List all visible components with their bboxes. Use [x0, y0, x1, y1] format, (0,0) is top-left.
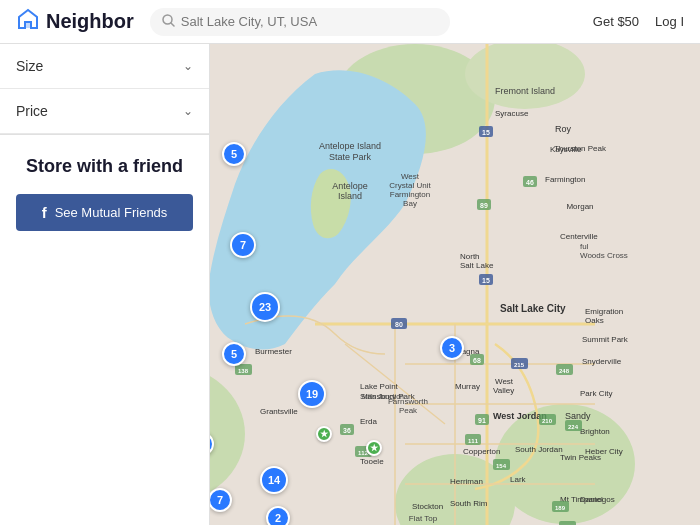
svg-text:Brighton: Brighton — [580, 427, 610, 436]
search-input[interactable] — [181, 14, 438, 29]
svg-text:Emigration: Emigration — [585, 307, 623, 316]
svg-text:Burmester: Burmester — [255, 347, 292, 356]
svg-text:Flat Top: Flat Top — [409, 514, 438, 523]
svg-text:Daniel: Daniel — [580, 495, 603, 504]
map-marker-23[interactable]: 23 — [250, 292, 280, 322]
svg-text:Crystal Unit: Crystal Unit — [389, 181, 431, 190]
svg-text:68: 68 — [473, 357, 481, 364]
svg-line-2 — [171, 23, 174, 26]
svg-text:Bay: Bay — [403, 199, 417, 208]
svg-text:Syracuse: Syracuse — [495, 109, 529, 118]
svg-text:80: 80 — [395, 321, 403, 328]
friend-section: Store with a friend f See Mutual Friends — [0, 135, 209, 251]
svg-text:189: 189 — [555, 505, 566, 511]
friend-title: Store with a friend — [26, 155, 183, 178]
svg-text:Heber City: Heber City — [585, 447, 623, 456]
map-marker-park2[interactable]: ★ — [316, 426, 332, 442]
svg-text:Copperton: Copperton — [463, 447, 500, 456]
svg-text:15: 15 — [482, 277, 490, 284]
get-50-button[interactable]: Get $50 — [593, 14, 639, 29]
svg-text:South Rim: South Rim — [450, 499, 488, 508]
svg-text:Lark: Lark — [510, 475, 527, 484]
map-marker-7c[interactable]: 7 — [208, 488, 232, 512]
svg-text:36: 36 — [343, 427, 351, 434]
svg-text:111: 111 — [468, 438, 479, 444]
svg-text:Farmington: Farmington — [390, 190, 430, 199]
svg-text:Thurston Peak: Thurston Peak — [554, 144, 607, 153]
svg-text:Sandy: Sandy — [565, 411, 591, 421]
svg-text:Lake Point: Lake Point — [360, 382, 399, 391]
svg-text:North: North — [460, 252, 480, 261]
marker-count: 7 — [240, 239, 246, 251]
svg-text:89: 89 — [480, 202, 488, 209]
search-bar[interactable] — [150, 8, 450, 36]
marker-count: 19 — [306, 388, 318, 400]
svg-text:Roy: Roy — [555, 124, 572, 134]
price-filter-label: Price — [16, 103, 48, 119]
map-marker-2b[interactable]: 2 — [266, 506, 290, 525]
marker-count: 7 — [217, 494, 223, 506]
svg-text:Island: Island — [338, 191, 362, 201]
svg-text:46: 46 — [526, 179, 534, 186]
svg-text:Valley: Valley — [493, 386, 514, 395]
svg-text:West Jordan: West Jordan — [493, 411, 547, 421]
map-marker-park3[interactable]: ★ — [366, 440, 382, 456]
map-marker-5a[interactable]: 5 — [222, 142, 246, 166]
svg-text:Woods Cross: Woods Cross — [580, 251, 628, 260]
svg-text:Herriman: Herriman — [450, 477, 483, 486]
facebook-button-label: See Mutual Friends — [55, 205, 168, 220]
svg-text:Farmington: Farmington — [545, 175, 585, 184]
marker-count: 14 — [268, 474, 280, 486]
size-filter[interactable]: Size ⌄ — [0, 44, 209, 89]
size-filter-label: Size — [16, 58, 43, 74]
svg-text:Morgan: Morgan — [566, 202, 593, 211]
svg-text:Stockton: Stockton — [412, 502, 443, 511]
svg-text:Antelope Island: Antelope Island — [319, 141, 381, 151]
map-marker-14[interactable]: 14 — [260, 466, 288, 494]
marker-count: 5 — [231, 348, 237, 360]
svg-text:ful: ful — [580, 242, 589, 251]
svg-text:138: 138 — [238, 368, 249, 374]
svg-text:West: West — [495, 377, 514, 386]
svg-text:Park City: Park City — [580, 389, 612, 398]
size-chevron-icon: ⌄ — [183, 59, 193, 73]
svg-rect-0 — [25, 22, 31, 28]
svg-text:154: 154 — [496, 463, 507, 469]
price-chevron-icon: ⌄ — [183, 104, 193, 118]
marker-count: 23 — [259, 301, 271, 313]
home-icon — [16, 8, 40, 36]
facebook-mutual-friends-button[interactable]: f See Mutual Friends — [16, 194, 193, 231]
marker-count: 3 — [449, 342, 455, 354]
svg-text:Centerville: Centerville — [560, 232, 598, 241]
map-marker-5b[interactable]: 5 — [222, 342, 246, 366]
map-marker-7a[interactable]: 7 — [230, 232, 256, 258]
svg-text:248: 248 — [559, 368, 570, 374]
svg-text:South Jordan: South Jordan — [515, 445, 563, 454]
svg-text:Peak: Peak — [399, 406, 418, 415]
header: Neighbor Get $50 Log I — [0, 0, 700, 44]
svg-text:West: West — [401, 172, 420, 181]
header-actions: Get $50 Log I — [593, 14, 684, 29]
svg-text:Erda: Erda — [360, 417, 377, 426]
svg-text:Fremont Island: Fremont Island — [495, 86, 555, 96]
svg-text:Snyderville: Snyderville — [582, 357, 622, 366]
map-marker-3[interactable]: 3 — [440, 336, 464, 360]
price-filter[interactable]: Price ⌄ — [0, 89, 209, 134]
logo-area: Neighbor — [16, 8, 134, 36]
svg-text:Mills Junction: Mills Junction — [362, 393, 404, 400]
svg-text:Tooele: Tooele — [360, 457, 384, 466]
svg-text:Oaks: Oaks — [585, 316, 604, 325]
svg-text:Salt Lake City: Salt Lake City — [500, 303, 566, 314]
search-icon — [162, 14, 175, 30]
svg-text:Salt Lake: Salt Lake — [460, 261, 494, 270]
svg-text:15: 15 — [482, 129, 490, 136]
left-panel: Size ⌄ Price ⌄ Store with a friend f See… — [0, 44, 210, 525]
map-marker-19[interactable]: 19 — [298, 380, 326, 408]
svg-text:Summit Park: Summit Park — [582, 335, 629, 344]
svg-text:91: 91 — [478, 417, 486, 424]
svg-text:210: 210 — [542, 418, 553, 424]
facebook-icon: f — [42, 204, 47, 221]
svg-text:Grantsville: Grantsville — [260, 407, 298, 416]
marker-count: 5 — [231, 148, 237, 160]
login-button[interactable]: Log I — [655, 14, 684, 29]
